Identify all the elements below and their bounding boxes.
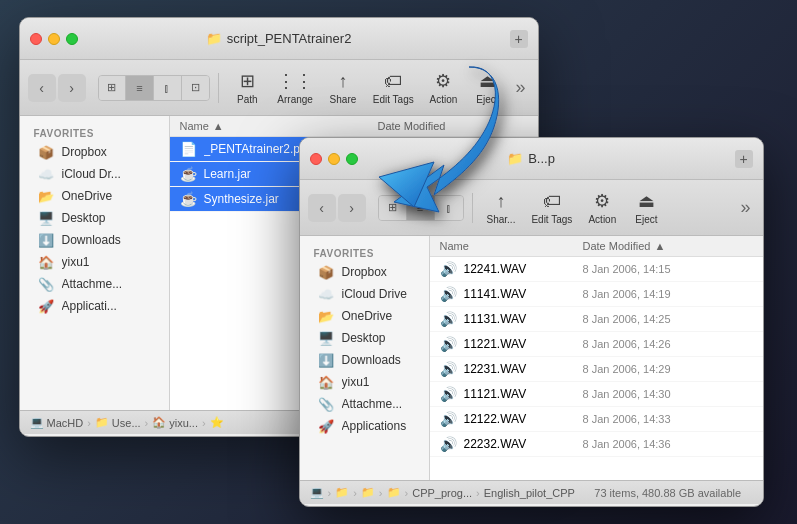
sidebar-item-applications[interactable]: 🚀 Applicati... xyxy=(24,295,165,317)
table-row[interactable]: 🔊 12241.WAV 8 Jan 2006, 14:15 xyxy=(430,257,763,282)
icloud-icon: ☁️ xyxy=(38,166,54,182)
maximize-button[interactable] xyxy=(66,33,78,45)
table-row[interactable]: 🔊 12122.WAV 8 Jan 2006, 14:33 xyxy=(430,407,763,432)
front-sidebar-icloud[interactable]: ☁️ iCloud Drive xyxy=(304,283,425,305)
front-icloud-icon: ☁️ xyxy=(318,286,334,302)
sidebar-item-downloads[interactable]: ⬇️ Downloads xyxy=(24,229,165,251)
table-row[interactable]: 🔊 12231.WAV 8 Jan 2006, 14:29 xyxy=(430,357,763,382)
file-name: 12241.WAV xyxy=(464,262,583,276)
path-button[interactable]: ⊞ Path xyxy=(227,64,267,112)
front-desktop-icon: 🖥️ xyxy=(318,330,334,346)
sidebar-item-onedrive[interactable]: 📂 OneDrive xyxy=(24,185,165,207)
folder-icon: 📁 xyxy=(387,486,401,499)
path-icon: ⊞ xyxy=(240,70,255,92)
front-title-text: B...p xyxy=(528,151,555,166)
wav-icon: 🔊 xyxy=(440,385,458,403)
back-sidebar: Favorites 📦 Dropbox ☁️ iCloud Dr... 📂 On… xyxy=(20,116,170,410)
path-item[interactable]: English_pilot_CPP xyxy=(484,487,575,499)
front-action-icon: ⚙ xyxy=(594,190,610,212)
front-file-list: Name Date Modified ▲ 🔊 12241.WAV 8 Jan 2… xyxy=(430,236,763,480)
front-sidebar-section: Favorites xyxy=(300,244,429,261)
separator-1 xyxy=(218,73,219,103)
front-sidebar-downloads[interactable]: ⬇️ Downloads xyxy=(304,349,425,371)
arrange-label: Arrange xyxy=(277,94,313,105)
file-date: 8 Jan 2006, 14:29 xyxy=(583,363,753,375)
file-name: 11131.WAV xyxy=(464,312,583,326)
sidebar-item-attachments[interactable]: 📎 Attachme... xyxy=(24,273,165,295)
table-row[interactable]: 🔊 11221.WAV 8 Jan 2006, 14:26 xyxy=(430,332,763,357)
back-button[interactable]: ‹ xyxy=(28,74,56,102)
file-name: 11141.WAV xyxy=(464,287,583,301)
front-add-button[interactable]: + xyxy=(735,150,753,168)
path-item[interactable]: 🏠 yixu... xyxy=(152,416,198,429)
table-row[interactable]: 🔊 11141.WAV 8 Jan 2006, 14:19 xyxy=(430,282,763,307)
path-item[interactable]: CPP_prog... xyxy=(412,487,472,499)
path-item[interactable]: 📁 xyxy=(387,486,401,499)
file-name: 22232.WAV xyxy=(464,437,583,451)
folder-icon: 📁 xyxy=(95,416,109,429)
front-toolbar-overflow[interactable]: » xyxy=(736,197,754,218)
hd-icon: 💻 xyxy=(30,416,44,429)
sidebar-item-icloud[interactable]: ☁️ iCloud Dr... xyxy=(24,163,165,185)
table-row[interactable]: 🔊 11131.WAV 8 Jan 2006, 14:25 xyxy=(430,307,763,332)
front-sidebar-desktop[interactable]: 🖥️ Desktop xyxy=(304,327,425,349)
sidebar-item-dropbox[interactable]: 📦 Dropbox xyxy=(24,141,165,163)
front-sidebar-dropbox[interactable]: 📦 Dropbox xyxy=(304,261,425,283)
wav-icon: 🔊 xyxy=(440,435,458,453)
front-edit-tags-label: Edit Tags xyxy=(531,214,572,225)
folder-icon: 🏠 xyxy=(152,416,166,429)
front-file-scroll[interactable]: 🔊 12241.WAV 8 Jan 2006, 14:15 🔊 11141.WA… xyxy=(430,257,763,480)
front-eject-label: Eject xyxy=(635,214,657,225)
column-view-button[interactable]: ⫿ xyxy=(154,76,182,100)
front-eject-icon: ⏏ xyxy=(638,190,655,212)
front-tags-icon: 🏷 xyxy=(543,191,561,212)
attach-icon: 📎 xyxy=(38,276,54,292)
front-sidebar-onedrive[interactable]: 📂 OneDrive xyxy=(304,305,425,327)
front-back-button[interactable]: ‹ xyxy=(308,194,336,222)
close-button[interactable] xyxy=(30,33,42,45)
path-item[interactable]: 📁 xyxy=(335,486,349,499)
file-name: 12231.WAV xyxy=(464,362,583,376)
table-row[interactable]: 🔊 11121.WAV 8 Jan 2006, 14:30 xyxy=(430,382,763,407)
front-breadcrumb: 💻 › 📁 › 📁 › 📁 › CPP_prog... › xyxy=(310,486,575,499)
front-sidebar-attachments[interactable]: 📎 Attachme... xyxy=(304,393,425,415)
sidebar-item-yixu1[interactable]: 🏠 yixu1 xyxy=(24,251,165,273)
path-item[interactable]: 📁 Use... xyxy=(95,416,141,429)
file-icon: ☕ xyxy=(180,165,198,183)
path-item[interactable]: 💻 MacHD xyxy=(30,416,84,429)
front-downloads-icon: ⬇️ xyxy=(318,352,334,368)
desktop-icon: 🖥️ xyxy=(38,210,54,226)
front-sidebar-applications[interactable]: 🚀 Applications xyxy=(304,415,425,437)
front-action-button[interactable]: ⚙ Action xyxy=(582,184,622,232)
wav-icon: 🔊 xyxy=(440,335,458,353)
forward-button[interactable]: › xyxy=(58,74,86,102)
wav-icon: 🔊 xyxy=(440,410,458,428)
path-item[interactable]: 📁 xyxy=(361,486,375,499)
front-sidebar-yixu1[interactable]: 🏠 yixu1 xyxy=(304,371,425,393)
back-breadcrumb: 💻 MacHD › 📁 Use... › 🏠 yixu... › ⭐ xyxy=(30,416,224,429)
table-row[interactable]: 🔊 22232.WAV 8 Jan 2006, 14:36 xyxy=(430,432,763,457)
file-name: 11221.WAV xyxy=(464,337,583,351)
sidebar-item-desktop[interactable]: 🖥️ Desktop xyxy=(24,207,165,229)
minimize-button[interactable] xyxy=(48,33,60,45)
file-date: 8 Jan 2006, 14:30 xyxy=(583,388,753,400)
file-date: 8 Jan 2006, 14:36 xyxy=(583,438,753,450)
gallery-view-button[interactable]: ⊡ xyxy=(182,76,210,100)
add-button[interactable]: + xyxy=(510,30,528,48)
file-name: 12122.WAV xyxy=(464,412,583,426)
sidebar-section-favorites: Favorites xyxy=(20,124,169,141)
front-edit-tags-button[interactable]: 🏷 Edit Tags xyxy=(525,184,578,232)
front-col-modified[interactable]: Date Modified ▲ xyxy=(583,240,753,252)
front-sidebar: Favorites 📦 Dropbox ☁️ iCloud Drive 📂 On… xyxy=(300,236,430,480)
icon-view-button[interactable]: ⊞ xyxy=(99,76,127,100)
list-view-button[interactable]: ≡ xyxy=(126,76,154,100)
front-col-name[interactable]: Name xyxy=(440,240,583,252)
arrange-button[interactable]: ⋮⋮ Arrange xyxy=(271,64,319,112)
folder-icon: 📁 xyxy=(206,31,222,46)
path-item[interactable]: ⭐ xyxy=(210,416,224,429)
back-window-title: 📁 script_PENTAtrainer2 xyxy=(206,31,352,46)
front-close-button[interactable] xyxy=(310,153,322,165)
path-item[interactable]: 💻 xyxy=(310,486,324,499)
folder-icon: ⭐ xyxy=(210,416,224,429)
front-eject-button[interactable]: ⏏ Eject xyxy=(626,184,666,232)
